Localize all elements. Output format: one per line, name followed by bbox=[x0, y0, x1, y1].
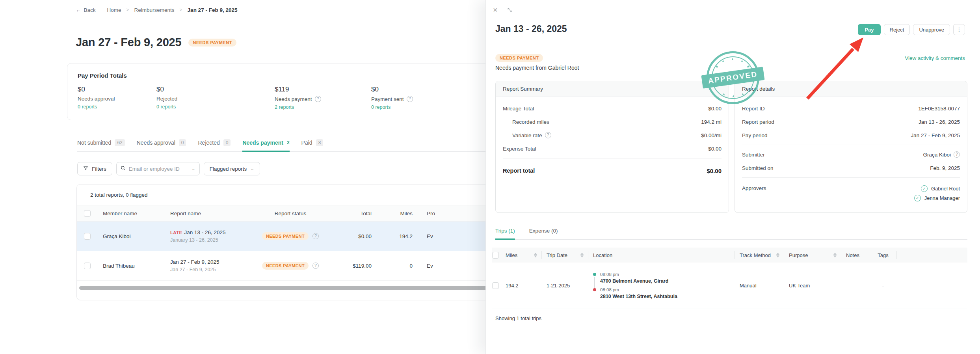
header-miles: Miles bbox=[377, 211, 417, 216]
back-label: Back bbox=[84, 7, 96, 13]
trip-checkbox-cell bbox=[492, 263, 506, 309]
select-all-checkbox[interactable] bbox=[84, 210, 91, 217]
tab-count: 8 bbox=[316, 139, 324, 146]
view-activity-link[interactable]: View activity & comments bbox=[905, 55, 965, 61]
close-icon[interactable]: × bbox=[493, 6, 498, 14]
chevron-right-icon: > bbox=[126, 7, 129, 13]
tab-expense[interactable]: Expense (0) bbox=[529, 228, 558, 240]
summary-row: Variable rate? $0.00/mi bbox=[503, 129, 722, 142]
approvers-label: Approvers bbox=[742, 185, 766, 201]
stat-reports-link[interactable]: 0 reports bbox=[78, 104, 97, 110]
report-details-card: Report details Report ID 1EF0E3158-0077 … bbox=[735, 81, 967, 213]
help-icon[interactable]: ? bbox=[315, 96, 321, 102]
details-value: Graça Kiboi bbox=[923, 152, 951, 158]
tab-label: Not submitted bbox=[77, 140, 111, 146]
divider bbox=[503, 158, 722, 158]
cell-miles: 0 bbox=[377, 263, 417, 269]
stat-label: Needs payment? bbox=[275, 96, 371, 102]
pay-button[interactable]: Pay bbox=[858, 24, 880, 35]
reject-button[interactable]: Reject bbox=[884, 24, 910, 35]
header-label: Notes bbox=[846, 252, 859, 258]
help-icon[interactable]: ? bbox=[407, 96, 413, 102]
status-pill: NEEDS PAYMENT bbox=[262, 262, 309, 270]
unapprove-button[interactable]: Unapprove bbox=[913, 24, 950, 35]
row-checkbox[interactable] bbox=[84, 263, 91, 269]
timeline-connector bbox=[594, 277, 595, 289]
stat-reports-link[interactable]: 0 reports bbox=[156, 104, 176, 110]
cell-report-name: Jan 27 - Feb 9, 2025 Jan 27 - Feb 9, 202… bbox=[162, 259, 253, 272]
summary-row: Recorded miles 194.2 mi bbox=[503, 115, 722, 129]
stat-rejected: $0 Rejected 0 reports bbox=[156, 86, 275, 110]
star-icon: ★ bbox=[722, 60, 725, 63]
chevron-down-icon: ⌄ bbox=[192, 166, 195, 171]
details-value: Jan 13 - 26, 2025 bbox=[919, 119, 960, 125]
back-link[interactable]: ← Back bbox=[76, 7, 96, 13]
header-location: Location bbox=[588, 248, 735, 263]
stat-value: $0 bbox=[156, 86, 275, 93]
details-value: Feb. 9, 2025 bbox=[930, 165, 960, 171]
tab-needs-payment[interactable]: Needs payment 2 bbox=[242, 139, 289, 152]
details-row: Submitted on Feb. 9, 2025 bbox=[742, 161, 960, 175]
report-summary-title: Report Summary bbox=[496, 81, 729, 97]
star-icon: ★ bbox=[715, 65, 718, 69]
stat-reports-link[interactable]: 0 reports bbox=[371, 104, 391, 110]
approver: ✓ Jenna Manager bbox=[914, 195, 960, 201]
start-time: 08:08 pm bbox=[600, 272, 677, 277]
report-total-value: $0.00 bbox=[707, 168, 722, 174]
report-total-row: Report total $0.00 bbox=[503, 161, 722, 180]
funnel-icon bbox=[83, 166, 88, 172]
help-icon[interactable]: ? bbox=[954, 151, 960, 158]
details-label: Report ID bbox=[742, 106, 765, 112]
trip-row[interactable]: 194.2 1-21-2025 08:08 pm 4700 Belmont Av… bbox=[492, 263, 967, 309]
details-value: Jan 27 - Feb 9, 2025 bbox=[911, 132, 960, 138]
breadcrumb-home[interactable]: Home bbox=[107, 7, 121, 13]
header-trip-date[interactable]: Trip Date bbox=[542, 248, 588, 263]
cell-trip-miles: 194.2 bbox=[506, 263, 542, 309]
tab-trips[interactable]: Trips (1) bbox=[495, 228, 515, 240]
breadcrumb-current: Jan 27 - Feb 9, 2025 bbox=[188, 7, 238, 13]
help-icon[interactable]: ? bbox=[545, 132, 551, 138]
stat-payment-sent: $0 Payment sent? 0 reports bbox=[371, 86, 413, 110]
stat-label-text: Rejected bbox=[156, 96, 177, 102]
cell-track-method: Manual bbox=[735, 263, 784, 309]
details-row: Pay period Jan 27 - Feb 9, 2025 bbox=[742, 129, 960, 142]
filters-label: Filters bbox=[92, 166, 106, 172]
summary-row: Expense Total $0.00 bbox=[503, 142, 722, 155]
tab-needs-approval[interactable]: Needs approval 0 bbox=[137, 139, 186, 152]
cell-spacer bbox=[897, 263, 967, 309]
tab-count: 0 bbox=[223, 139, 231, 146]
approvers-list: ✓ Gabriel Root ✓ Jenna Manager bbox=[914, 185, 960, 201]
cell-member-name: Brad Thibeau bbox=[97, 263, 162, 269]
row-checkbox[interactable] bbox=[84, 233, 91, 240]
sort-icon bbox=[534, 253, 537, 257]
flagged-reports-select[interactable]: Flagged reports ⌄ bbox=[204, 162, 260, 175]
tab-not-submitted[interactable]: Not submitted 62 bbox=[77, 139, 125, 152]
expand-icon[interactable] bbox=[507, 7, 512, 13]
help-icon[interactable]: ? bbox=[312, 263, 319, 269]
header-track-method[interactable]: Track Method bbox=[735, 248, 784, 263]
search-input[interactable] bbox=[129, 166, 188, 172]
sort-icon bbox=[833, 253, 837, 257]
header-member-name: Member name bbox=[97, 211, 162, 216]
help-icon[interactable]: ? bbox=[312, 233, 319, 239]
select-all-checkbox[interactable] bbox=[492, 252, 499, 259]
breadcrumb-reimbursements[interactable]: Reimbursements bbox=[134, 7, 175, 13]
stat-label: Needs approval bbox=[78, 96, 156, 102]
trip-checkbox[interactable] bbox=[492, 282, 499, 289]
stat-label: Payment sent? bbox=[371, 96, 413, 102]
more-actions-button[interactable]: ⋮ bbox=[953, 24, 965, 35]
stat-reports-link[interactable]: 2 reports bbox=[275, 104, 294, 110]
approver-name: Gabriel Root bbox=[931, 186, 960, 192]
tab-paid[interactable]: Paid 8 bbox=[301, 139, 324, 152]
header-miles[interactable]: Miles bbox=[506, 248, 542, 263]
approver: ✓ Gabriel Root bbox=[921, 185, 960, 192]
summary-label-text: Variable rate bbox=[512, 132, 542, 138]
cell-total: $119.00 bbox=[328, 263, 377, 269]
cell-total: $0.00 bbox=[328, 233, 377, 239]
filters-button[interactable]: Filters bbox=[77, 162, 112, 175]
tab-rejected[interactable]: Rejected 0 bbox=[198, 139, 231, 152]
stat-label: Rejected bbox=[156, 96, 275, 102]
cell-miles: 194.2 bbox=[377, 233, 417, 239]
header-purpose[interactable]: Purpose bbox=[784, 248, 841, 263]
page-title: Jan 27 - Feb 9, 2025 bbox=[76, 36, 181, 49]
